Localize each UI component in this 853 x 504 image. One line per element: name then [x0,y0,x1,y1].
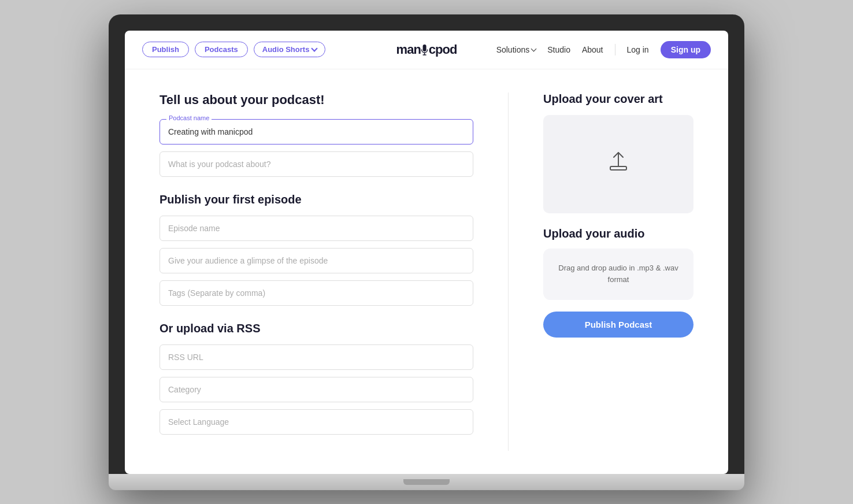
audio-drop-zone[interactable]: Drag and drop audio in .mp3 & .wav forma… [543,249,693,301]
podcast-info-group: Podcast name [160,119,473,177]
audio-shorts-chevron-icon [311,45,318,51]
publish-nav-button[interactable]: Publish [142,42,189,57]
studio-nav-link[interactable]: Studio [547,45,570,54]
audio-upload-title: Upload your audio [543,227,693,240]
episode-glimpse-input[interactable] [160,248,473,273]
main-content: Tell us about your podcast! Podcast name… [125,69,728,474]
upload-icon [606,149,631,175]
tags-input[interactable] [160,280,473,306]
left-panel: Tell us about your podcast! Podcast name… [160,92,473,451]
logo: man cpod [396,42,457,57]
rss-url-input[interactable] [160,344,473,370]
nav-divider [615,44,615,55]
episode-info-group [160,216,473,306]
nav-right: Solutions Studio About Log in Sign up [496,41,711,58]
main-title: Tell us about your podcast! [160,92,473,108]
audio-shorts-nav-button[interactable]: Audio Shorts [254,42,326,57]
navigation: Publish Podcasts Audio Shorts man cpod [125,31,728,69]
episode-section-title: Publish your first episode [160,193,473,206]
signup-nav-button[interactable]: Sign up [661,41,711,58]
logo-text-left: man [396,42,421,57]
laptop-notch [403,479,450,485]
laptop-container: Publish Podcasts Audio Shorts man cpod [109,14,744,490]
podcast-name-label: Podcast name [166,114,212,121]
solutions-chevron-icon [531,46,537,52]
nav-left: Publish Podcasts Audio Shorts [142,42,325,57]
cover-art-upload-zone[interactable] [543,115,693,213]
svg-rect-0 [423,45,426,51]
category-input[interactable] [160,377,473,402]
cover-art-title: Upload your cover art [543,92,693,106]
solutions-nav-link[interactable]: Solutions [496,45,536,54]
podcast-name-input[interactable] [160,119,473,144]
mic-icon [421,43,428,56]
right-panel: Upload your cover art Upload your audio … [543,92,693,451]
rss-section-title: Or upload via RSS [160,322,473,335]
publish-podcast-button[interactable]: Publish Podcast [543,312,693,338]
laptop-screen: Publish Podcasts Audio Shorts man cpod [125,31,728,474]
content-divider [508,92,509,451]
podcast-about-input[interactable] [160,151,473,177]
podcast-name-wrapper: Podcast name [160,119,473,144]
language-input[interactable] [160,409,473,435]
login-nav-button[interactable]: Log in [627,45,649,54]
laptop-base [109,474,744,490]
logo-text-right: cpod [429,42,457,57]
rss-info-group [160,344,473,435]
podcasts-nav-button[interactable]: Podcasts [195,42,248,57]
about-nav-link[interactable]: About [582,45,603,54]
svg-rect-4 [610,166,626,170]
episode-name-input[interactable] [160,216,473,241]
